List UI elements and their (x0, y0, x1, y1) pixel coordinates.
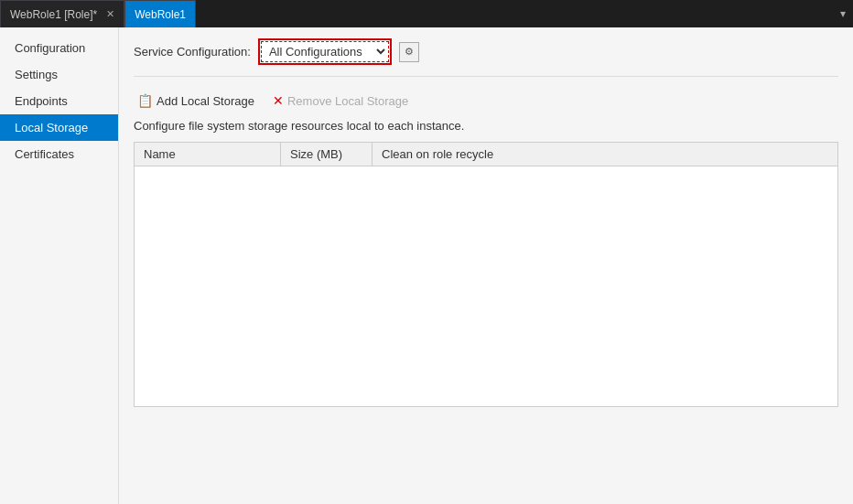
remove-local-storage-button[interactable]: ✕ Remove Local Storage (269, 91, 412, 110)
title-bar: WebRole1 [Role]* ✕ WebRole1 ▾ (0, 0, 853, 27)
title-bar-dropdown[interactable]: ▾ (840, 7, 853, 20)
add-icon: 📋 (137, 93, 153, 108)
remove-icon: ✕ (273, 93, 284, 108)
sidebar-item-settings[interactable]: Settings (0, 61, 118, 88)
tab-webrole1-role[interactable]: WebRole1 [Role]* ✕ (0, 0, 124, 27)
content-panel: Service Configuration: All Configuration… (119, 27, 853, 504)
service-config-select-wrapper: All Configurations Cloud Local (258, 38, 392, 65)
app-container: WebRole1 [Role]* ✕ WebRole1 ▾ Configurat… (0, 0, 853, 504)
column-name-header: Name (135, 143, 281, 166)
sidebar-item-endpoints-label: Endpoints (15, 94, 68, 108)
table-header: Name Size (MB) Clean on role recycle (135, 143, 837, 166)
service-config-label: Service Configuration: (134, 45, 251, 59)
config-settings-icon: ⚙ (405, 46, 414, 58)
sidebar: Configuration Settings Endpoints Local S… (0, 27, 119, 504)
service-config-select[interactable]: All Configurations Cloud Local (261, 41, 389, 62)
service-config-row: Service Configuration: All Configuration… (134, 38, 838, 77)
tab-webrole1-label: WebRole1 (135, 8, 186, 21)
main-area: Configuration Settings Endpoints Local S… (0, 27, 853, 504)
storage-table-wrapper: Name Size (MB) Clean on role recycle (134, 142, 838, 407)
add-local-storage-button[interactable]: 📋 Add Local Storage (134, 91, 258, 110)
sidebar-item-configuration-label: Configuration (15, 41, 85, 55)
tab-webrole1-role-close[interactable]: ✕ (106, 8, 114, 20)
sidebar-item-local-storage[interactable]: Local Storage (0, 114, 118, 141)
sidebar-item-local-storage-label: Local Storage (15, 121, 88, 134)
add-local-storage-label: Add Local Storage (157, 94, 254, 108)
sidebar-item-certificates[interactable]: Certificates (0, 141, 118, 167)
sidebar-item-configuration[interactable]: Configuration (0, 35, 118, 61)
column-size-header: Size (MB) (281, 143, 373, 166)
title-bar-arrow-icon: ▾ (840, 7, 846, 20)
tab-webrole1[interactable]: WebRole1 (124, 0, 196, 27)
sidebar-item-endpoints[interactable]: Endpoints (0, 88, 118, 114)
config-icon-button[interactable]: ⚙ (399, 42, 419, 62)
description-text: Configure file system storage resources … (134, 119, 838, 133)
sidebar-item-certificates-label: Certificates (15, 147, 74, 161)
table-body (135, 166, 837, 404)
column-clean-header: Clean on role recycle (373, 143, 837, 166)
tab-webrole1-role-label: WebRole1 [Role]* (10, 8, 97, 21)
toolbar-row: 📋 Add Local Storage ✕ Remove Local Stora… (134, 91, 838, 110)
remove-local-storage-label: Remove Local Storage (287, 94, 408, 108)
sidebar-item-settings-label: Settings (15, 68, 58, 81)
